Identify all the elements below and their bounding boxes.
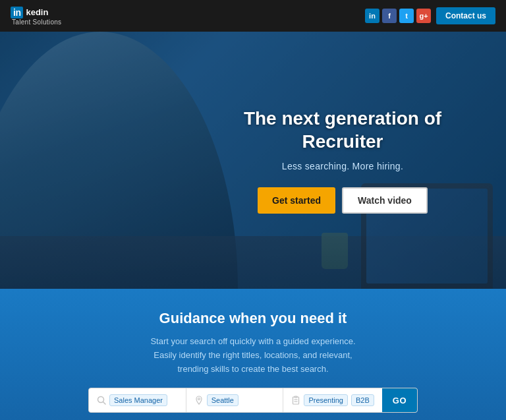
guidance-description: Start your search off quickly with a gui…	[121, 335, 385, 376]
search-segment-location[interactable]: Seattle	[186, 388, 284, 412]
hero-section: The next generation of Recruiter Less se…	[0, 32, 506, 289]
logo-name: kedin	[26, 7, 48, 17]
guidance-section: Guidance when you need it Start your sea…	[0, 289, 506, 420]
contact-button[interactable]: Contact us	[436, 7, 495, 24]
svg-point-2	[198, 398, 200, 400]
hero-content: The next generation of Recruiter Less se…	[231, 107, 455, 214]
search-icon	[97, 396, 106, 405]
search-segment-skills[interactable]: Presenting B2B	[283, 388, 381, 412]
search-tag-presenting: Presenting	[304, 394, 348, 406]
hero-subtitle: Less searching. More hiring.	[231, 161, 455, 171]
googleplus-social-icon[interactable]: g+	[416, 9, 431, 23]
hero-buttons: Get started Watch video	[231, 187, 455, 214]
logo-subtitle: Talent Solutions	[12, 18, 61, 26]
search-tag-sales-manager: Sales Manager	[109, 394, 167, 406]
facebook-social-icon[interactable]: f	[382, 9, 397, 23]
header-right: in f t g+ Contact us	[365, 7, 495, 24]
svg-line-1	[103, 402, 106, 405]
guidance-title: Guidance when you need it	[13, 310, 493, 327]
logo-area: in kedin Talent Solutions	[11, 7, 61, 26]
svg-rect-3	[293, 397, 299, 404]
search-tag-b2b: B2B	[351, 394, 374, 406]
linkedin-social-icon[interactable]: in	[365, 9, 380, 23]
location-icon	[194, 396, 204, 405]
watch-video-button[interactable]: Watch video	[342, 187, 428, 214]
linkedin-logo: in kedin	[11, 7, 61, 18]
header: in kedin Talent Solutions in f t g+ Cont…	[0, 0, 506, 32]
get-started-button[interactable]: Get started	[258, 187, 335, 214]
logo-in-badge: in	[11, 7, 23, 18]
clipboard-icon	[291, 396, 300, 405]
search-bar[interactable]: Sales Manager Seattle Presenting B2B GO	[88, 388, 418, 413]
twitter-social-icon[interactable]: t	[399, 9, 414, 23]
hero-title: The next generation of Recruiter	[231, 107, 455, 153]
search-segment-title[interactable]: Sales Manager	[89, 388, 186, 412]
search-go-button[interactable]: GO	[382, 388, 417, 412]
search-tag-seattle: Seattle	[207, 394, 239, 406]
social-icons: in f t g+	[365, 9, 431, 23]
